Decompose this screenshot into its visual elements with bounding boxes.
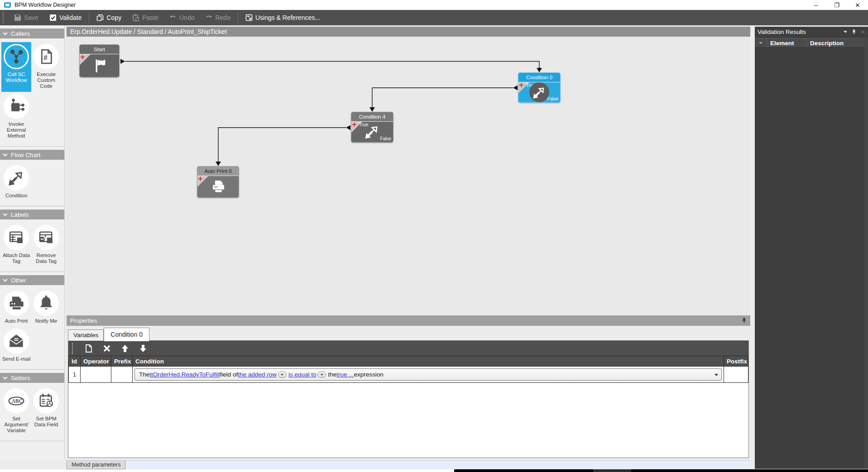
sidebar-item-set-bpm-data-field[interactable]: Set BPM Data Field	[31, 386, 61, 436]
node-condition-4[interactable]: Condition 4 + True False	[351, 112, 393, 143]
paste-button[interactable]: Paste	[127, 10, 164, 25]
sidebar-item-label: Attach Data Tag	[2, 253, 31, 264]
toolbar-separator	[89, 12, 89, 23]
toolbox-sidebar: Callers Call SC Workflow # Execute Custo…	[0, 25, 65, 459]
properties-panel: Id Operator Prefix Condition Postfix 1 T…	[68, 340, 749, 458]
column-id[interactable]: Id	[69, 356, 81, 367]
sidebar-item-set-argument-variable[interactable]: ABC Set Argument/ Variable	[1, 386, 31, 436]
sidebar-item-remove-data-tag[interactable]: Remove Data Tag	[31, 223, 61, 267]
add-icon[interactable]: +	[519, 81, 524, 89]
section-header-callers[interactable]: Callers	[0, 29, 64, 38]
operator-dropdown-button[interactable]	[317, 372, 326, 378]
panel-menu-icon[interactable]	[844, 31, 847, 33]
add-icon[interactable]: +	[198, 175, 203, 183]
svg-text:ABC: ABC	[11, 398, 22, 404]
workflow-network-icon	[4, 44, 29, 69]
add-icon[interactable]: +	[80, 53, 85, 61]
sidebar-item-label: Remove Data Tag	[32, 253, 61, 264]
copy-icon	[96, 14, 104, 21]
pin-icon[interactable]	[742, 318, 747, 324]
false-port-label[interactable]: False	[380, 136, 391, 141]
redo-button[interactable]: Redo	[200, 10, 235, 25]
row-operator-cell[interactable]	[81, 367, 111, 383]
section-header-flow-chart[interactable]: Flow Chart	[0, 150, 64, 160]
save-button[interactable]: Save	[9, 10, 44, 25]
toolbar-grip[interactable]	[3, 12, 5, 24]
sidebar-item-send-email[interactable]: Send E-mail	[1, 327, 31, 365]
column-postfix[interactable]: Postfix	[724, 356, 748, 367]
field-link[interactable]: ttOrderHed.ReadyToFulfill	[149, 371, 220, 378]
false-port-label[interactable]: False	[547, 96, 558, 101]
row-postfix-cell[interactable]	[724, 367, 748, 383]
sidebar-item-call-sc-workflow[interactable]: Call SC Workflow	[1, 42, 31, 92]
column-operator[interactable]: Operator	[81, 356, 111, 367]
close-button[interactable]: ✕	[847, 0, 868, 10]
column-condition[interactable]: Condition	[133, 356, 724, 367]
sidebar-item-auto-print[interactable]: Auto Print	[1, 289, 31, 327]
move-up-icon[interactable]	[121, 344, 129, 353]
sidebar-item-label: Send E-mail	[2, 356, 31, 362]
add-icon[interactable]: +	[352, 120, 357, 129]
node-title: Condition 0	[518, 73, 560, 82]
close-panel-icon[interactable]: ✕	[861, 29, 865, 35]
row-scope-dropdown-button[interactable]	[278, 372, 287, 378]
sidebar-item-condition[interactable]: Condition	[1, 163, 31, 201]
sidebar-item-attach-data-tag[interactable]: Attach Data Tag	[1, 223, 31, 267]
properties-toolbar	[68, 341, 748, 356]
value-link[interactable]: true ...	[336, 371, 354, 378]
restore-button[interactable]: ❐	[826, 0, 847, 10]
condition-combobox[interactable]: The ttOrderHed.ReadyToFulfill field of t…	[134, 368, 722, 381]
tab-condition-0[interactable]: Condition 0	[104, 328, 149, 341]
validation-columns-header: Element Description	[755, 38, 868, 48]
filter-dropdown-icon[interactable]	[755, 38, 767, 48]
scrollbar[interactable]	[864, 37, 868, 469]
section-header-other[interactable]: Other	[0, 275, 64, 285]
combobox-dropdown-icon[interactable]	[715, 374, 718, 376]
printer-icon	[4, 291, 29, 316]
undo-button[interactable]: Undo	[164, 10, 200, 25]
column-element[interactable]: Element	[767, 38, 807, 48]
chevron-down-icon	[3, 279, 8, 282]
pin-icon[interactable]	[852, 29, 856, 35]
taskbar-strip-gray	[593, 469, 631, 472]
minimize-button[interactable]: –	[806, 0, 826, 10]
condition-arrows-icon	[529, 82, 549, 102]
tab-variables[interactable]: Variables	[68, 329, 104, 341]
properties-tabs: Variables Condition 0	[68, 328, 149, 341]
undo-icon	[169, 14, 177, 21]
node-auto-print-0[interactable]: Auto Print 0 +	[197, 166, 239, 198]
row-scope-link[interactable]: the added row	[238, 371, 277, 378]
column-description[interactable]: Description	[807, 38, 868, 48]
sidebar-item-label: Condition	[5, 193, 28, 199]
usings-references-button[interactable]: Usings & References...	[240, 10, 326, 25]
move-down-icon[interactable]	[139, 344, 147, 353]
row-prefix-cell[interactable]	[111, 367, 133, 383]
section-header-labels[interactable]: Labels	[0, 210, 64, 219]
delete-row-icon[interactable]	[103, 344, 111, 353]
copy-button[interactable]: Copy	[91, 10, 127, 25]
validate-button[interactable]: Validate	[44, 10, 87, 25]
validation-results-panel: Validation Results ✕ Element Description	[755, 27, 868, 469]
sidebar-item-invoke-external-method[interactable]: Invoke External Method	[1, 92, 31, 142]
save-icon	[14, 14, 21, 21]
tab-method-parameters[interactable]: Method parameters	[67, 461, 125, 469]
window-title: BPM Workflow Designer	[14, 2, 76, 8]
printer-icon	[210, 178, 227, 195]
validation-results-title: Validation Results	[758, 29, 806, 35]
sidebar-item-notify-me[interactable]: Notify Me	[31, 289, 61, 327]
sidebar-item-label: Call SC Workflow	[2, 72, 31, 83]
operator-link[interactable]: is equal to	[288, 371, 317, 378]
taskbar-strip-dark	[454, 469, 868, 472]
workflow-canvas[interactable]: Start + Condition 0 + True False Conditi…	[67, 37, 750, 315]
new-row-icon[interactable]	[85, 344, 93, 353]
bell-icon	[34, 291, 59, 316]
sidebar-item-execute-custom-code[interactable]: # Execute Custom Code	[31, 42, 61, 92]
connector-layer	[67, 37, 750, 315]
node-condition-0[interactable]: Condition 0 + True False	[518, 72, 561, 103]
column-prefix[interactable]: Prefix	[111, 356, 133, 367]
node-start[interactable]: Start +	[79, 44, 120, 77]
chevron-down-icon	[3, 377, 8, 380]
section-header-setters[interactable]: Setters	[0, 373, 64, 383]
toolbar-grip[interactable]	[72, 343, 74, 354]
breadcrumb: Erp.OrderHed.Update / Standard / AutoPri…	[67, 27, 750, 37]
